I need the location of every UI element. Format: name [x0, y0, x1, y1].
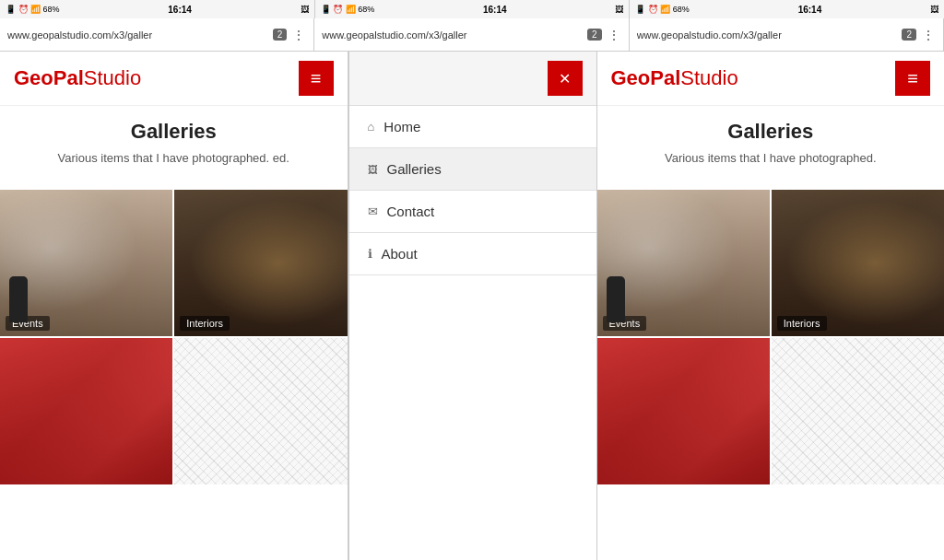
tab-menu-right[interactable]: ⋮ [922, 28, 936, 42]
nav-close-bar [349, 52, 596, 105]
tab-count-right: 2 [902, 29, 916, 41]
nav-link-home[interactable]: Home [349, 106, 596, 147]
nav-item-home[interactable]: Home [349, 106, 596, 148]
gallery-item-bath-right[interactable] [597, 338, 770, 484]
nav-link-galleries[interactable]: Galleries [349, 148, 596, 190]
gallery-item-events-left[interactable]: Events [0, 190, 172, 336]
content-area: GeoPalStudio Galleries Various items tha… [0, 52, 944, 560]
status-extra-left: 🖼 [301, 5, 309, 14]
status-section-left: 📱 ⏰ 📶 68% 16:14 🖼 [0, 0, 315, 18]
tab-url-right: www.geopalstudio.com/x3/galler [637, 29, 897, 41]
info-icon [368, 247, 372, 261]
logo-left: GeoPalStudio [14, 66, 141, 90]
nav-label-galleries: Galleries [387, 161, 442, 177]
status-icons-right: 📱 ⏰ 📶 68% [635, 5, 690, 14]
panel-left: GeoPalStudio Galleries Various items tha… [0, 52, 348, 560]
status-section-mid: 📱 ⏰ 📶 68% 16:14 🖼 [315, 0, 631, 18]
tab-menu-left[interactable]: ⋮ [292, 28, 306, 42]
hamburger-button-right[interactable] [895, 61, 930, 96]
tab-url-mid: www.geopalstudio.com/x3/galler [322, 29, 582, 41]
page-title-left: Galleries [14, 120, 334, 144]
gallery-grid-right: Events Interiors [597, 190, 945, 484]
gallery-label-interiors-right: Interiors [777, 316, 827, 331]
tab-count-mid: 2 [587, 29, 602, 41]
browser-chrome: www.geopalstudio.com/x3/galler 2 ⋮ www.g… [0, 18, 944, 52]
home-icon [368, 120, 375, 134]
status-bar: 📱 ⏰ 📶 68% 16:14 🖼 📱 ⏰ 📶 68% 16:14 🖼 📱 ⏰ … [0, 0, 944, 18]
nav-link-about[interactable]: About [349, 233, 596, 274]
tab-menu-mid[interactable]: ⋮ [608, 28, 621, 42]
gallery-label-interiors-left: Interiors [180, 316, 230, 331]
status-extra-mid: 🖼 [615, 5, 623, 14]
status-icons-mid: 📱 ⏰ 📶 68% [321, 5, 375, 14]
status-section-right: 📱 ⏰ 📶 68% 16:14 🖼 [630, 0, 944, 18]
nav-label-about: About [382, 246, 418, 262]
site-header-right: GeoPalStudio [597, 52, 945, 106]
nav-drawer: Home Galleries Contact [349, 52, 596, 275]
browser-tab-left[interactable]: www.geopalstudio.com/x3/galler 2 ⋮ [0, 18, 314, 51]
gallery-item-interiors-right[interactable]: Interiors [772, 190, 944, 336]
gallery-label-events-right: Events [603, 316, 647, 331]
hamburger-icon-left [311, 68, 322, 89]
tab-count-left: 2 [273, 29, 288, 41]
page-title-right: Galleries [611, 120, 931, 144]
status-icons-left: 📱 ⏰ 📶 68% [6, 5, 60, 14]
nav-item-about[interactable]: About [349, 233, 596, 275]
status-time-mid: 16:14 [483, 5, 507, 15]
status-time-left: 16:14 [168, 5, 192, 15]
hamburger-button-left[interactable] [299, 61, 334, 96]
status-time-right: 16:14 [798, 5, 822, 15]
nav-item-contact[interactable]: Contact [349, 191, 596, 233]
logo-studio-left: Studio [84, 66, 141, 89]
nav-link-contact[interactable]: Contact [349, 191, 596, 232]
logo-studio-right: Studio [680, 66, 738, 89]
gallery-item-bath-left[interactable] [0, 338, 172, 484]
gallery-grid-left: Events Interiors [0, 190, 348, 484]
envelope-icon [368, 204, 378, 218]
close-icon [559, 69, 571, 88]
page-desc-left: Various items that I have photographed. … [14, 151, 334, 165]
tab-url-left: www.geopalstudio.com/x3/galler [7, 29, 267, 41]
nav-menu: Home Galleries Contact [349, 105, 596, 275]
gallery-item-sketch-left[interactable] [174, 338, 347, 484]
nav-label-contact: Contact [387, 204, 435, 219]
nav-label-home: Home [384, 119, 420, 134]
gallery-item-sketch-right[interactable] [772, 338, 944, 484]
page-content-left: Galleries Various items that I have phot… [0, 106, 348, 190]
logo-geo-right: GeoPal [611, 66, 681, 89]
logo-right: GeoPalStudio [611, 66, 738, 90]
nav-close-button[interactable] [548, 61, 583, 96]
gallery-label-events-left: Events [6, 316, 50, 331]
nav-item-galleries[interactable]: Galleries [349, 148, 596, 191]
site-header-left: GeoPalStudio [0, 52, 348, 106]
status-extra-right: 🖼 [930, 5, 938, 14]
panel-middle: Home Galleries Contact [348, 52, 597, 560]
browser-tab-right[interactable]: www.geopalstudio.com/x3/galler 2 ⋮ [630, 18, 944, 51]
image-icon [368, 162, 378, 176]
page-desc-right: Various items that I have photographed. [611, 151, 931, 165]
browser-tab-mid[interactable]: www.geopalstudio.com/x3/galler 2 ⋮ [314, 18, 629, 51]
logo-geo-left: GeoPal [14, 66, 84, 89]
gallery-item-interiors-left[interactable]: Interiors [174, 190, 347, 336]
hamburger-icon-right [907, 68, 918, 89]
page-content-right: Galleries Various items that I have phot… [597, 106, 945, 190]
panel-right: GeoPalStudio Galleries Various items tha… [597, 52, 945, 560]
gallery-item-events-right[interactable]: Events [597, 190, 770, 336]
